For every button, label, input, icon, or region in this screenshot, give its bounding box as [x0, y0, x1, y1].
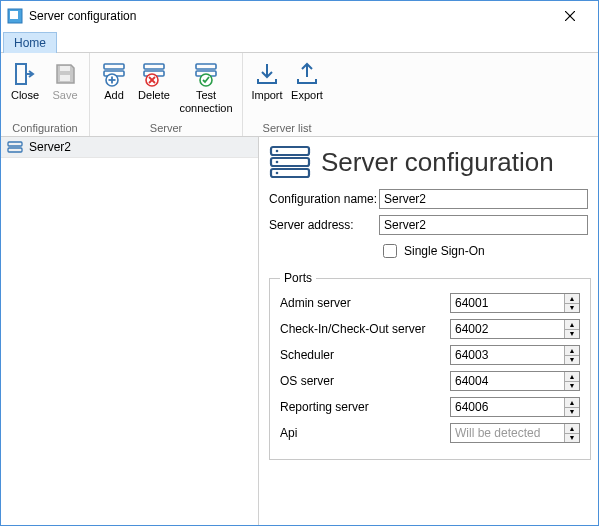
- ribbon: Close Save Configuration: [1, 53, 598, 137]
- api-port-label: Api: [280, 426, 450, 440]
- cico-port-label: Check-In/Check-Out server: [280, 322, 450, 336]
- ribbon-group-configuration: Close Save Configuration: [1, 53, 90, 136]
- spin-up-icon[interactable]: ▲: [565, 320, 579, 330]
- admin-port-label: Admin server: [280, 296, 450, 310]
- group-label-serverlist: Server list: [243, 121, 331, 136]
- spin-up-icon[interactable]: ▲: [565, 372, 579, 382]
- report-port-input[interactable]: [451, 398, 564, 416]
- test-connection-button[interactable]: Test connection: [174, 57, 238, 116]
- admin-port-input[interactable]: [451, 294, 564, 312]
- config-name-input[interactable]: [379, 189, 588, 209]
- spin-down-icon[interactable]: ▼: [565, 304, 579, 313]
- os-port-spinner[interactable]: ▲▼: [450, 371, 580, 391]
- save-button[interactable]: Save: [45, 57, 85, 104]
- spin-up-icon[interactable]: ▲: [565, 346, 579, 356]
- svg-rect-6: [60, 66, 70, 71]
- report-port-label: Reporting server: [280, 400, 450, 414]
- svg-rect-1: [10, 11, 18, 19]
- spinner-arrows[interactable]: ▲▼: [564, 372, 579, 390]
- svg-point-27: [276, 150, 279, 153]
- ribbon-tabbar: Home: [1, 31, 598, 53]
- tab-home[interactable]: Home: [3, 32, 57, 53]
- sso-checkbox[interactable]: [383, 244, 397, 258]
- floppy-disk-icon: [52, 59, 78, 89]
- import-icon: [254, 59, 280, 89]
- spin-down-icon[interactable]: ▼: [565, 356, 579, 365]
- os-port-input[interactable]: [451, 372, 564, 390]
- spin-up-icon[interactable]: ▲: [565, 398, 579, 408]
- svg-point-28: [276, 161, 279, 164]
- ribbon-group-server: Add Delete: [90, 53, 243, 136]
- api-port-input[interactable]: [451, 424, 564, 442]
- export-label: Export: [291, 89, 323, 102]
- spinner-arrows[interactable]: ▲▼: [564, 398, 579, 416]
- add-label: Add: [104, 89, 124, 102]
- admin-port-row: Admin server ▲▼: [280, 293, 580, 313]
- admin-port-spinner[interactable]: ▲▼: [450, 293, 580, 313]
- close-label: Close: [11, 89, 39, 102]
- os-port-row: OS server ▲▼: [280, 371, 580, 391]
- spinner-arrows[interactable]: ▲▼: [564, 320, 579, 338]
- cico-port-row: Check-In/Check-Out server ▲▼: [280, 319, 580, 339]
- cico-port-input[interactable]: [451, 320, 564, 338]
- sso-row: Single Sign-On: [379, 241, 588, 261]
- server-small-icon: [7, 141, 23, 153]
- sched-port-row: Scheduler ▲▼: [280, 345, 580, 365]
- window-title: Server configuration: [29, 9, 550, 23]
- add-button[interactable]: Add: [94, 57, 134, 104]
- api-port-row: Api ▲▼: [280, 423, 580, 443]
- os-port-label: OS server: [280, 374, 450, 388]
- group-label-configuration: Configuration: [1, 121, 89, 136]
- list-item[interactable]: Server2: [1, 137, 258, 158]
- svg-rect-17: [196, 64, 216, 69]
- svg-rect-23: [8, 148, 22, 152]
- svg-rect-4: [16, 64, 26, 84]
- delete-label: Delete: [138, 89, 170, 102]
- sched-port-input[interactable]: [451, 346, 564, 364]
- server-address-input[interactable]: [379, 215, 588, 235]
- spin-up-icon[interactable]: ▲: [565, 294, 579, 304]
- app-icon: [7, 8, 23, 24]
- sched-port-spinner[interactable]: ▲▼: [450, 345, 580, 365]
- server-test-icon: [192, 59, 220, 89]
- spinner-arrows[interactable]: ▲▼: [564, 346, 579, 364]
- report-port-spinner[interactable]: ▲▼: [450, 397, 580, 417]
- spin-down-icon[interactable]: ▼: [565, 330, 579, 339]
- window: Server configuration Home Close Sav: [0, 0, 599, 526]
- import-button[interactable]: Import: [247, 57, 287, 104]
- page-title: Server configuration: [321, 147, 554, 178]
- server-list-sidebar[interactable]: Server2: [1, 137, 259, 525]
- svg-rect-7: [104, 64, 124, 69]
- ribbon-group-serverlist: Import Export Server list: [243, 53, 331, 136]
- titlebar: Server configuration: [1, 1, 598, 31]
- server-delete-icon: [140, 59, 168, 89]
- spin-down-icon[interactable]: ▼: [565, 382, 579, 391]
- ports-fieldset: Ports Admin server ▲▼ Check-In/Check-Out…: [269, 271, 591, 460]
- main-panel: Server configuration Configuration name:…: [259, 137, 598, 525]
- ports-legend: Ports: [280, 271, 316, 285]
- spinner-arrows[interactable]: ▲▼: [564, 424, 579, 442]
- close-button[interactable]: Close: [5, 57, 45, 104]
- delete-button[interactable]: Delete: [134, 57, 174, 104]
- server-address-label: Server address:: [269, 218, 379, 232]
- svg-rect-12: [144, 64, 164, 69]
- report-port-row: Reporting server ▲▼: [280, 397, 580, 417]
- svg-rect-22: [8, 142, 22, 146]
- api-port-spinner[interactable]: ▲▼: [450, 423, 580, 443]
- export-button[interactable]: Export: [287, 57, 327, 104]
- spin-down-icon[interactable]: ▼: [565, 408, 579, 417]
- spin-down-icon[interactable]: ▼: [565, 434, 579, 443]
- server-add-icon: [100, 59, 128, 89]
- server-address-row: Server address:: [269, 215, 588, 235]
- import-label: Import: [251, 89, 282, 102]
- spin-up-icon[interactable]: ▲: [565, 424, 579, 434]
- door-exit-icon: [12, 59, 38, 89]
- panel-header: Server configuration: [269, 145, 588, 179]
- cico-port-spinner[interactable]: ▲▼: [450, 319, 580, 339]
- window-close-button[interactable]: [550, 2, 590, 30]
- content-area: Server2 Server configuration: [1, 137, 598, 525]
- spinner-arrows[interactable]: ▲▼: [564, 294, 579, 312]
- svg-rect-5: [60, 75, 70, 81]
- list-item-label: Server2: [29, 140, 71, 154]
- config-name-row: Configuration name:: [269, 189, 588, 209]
